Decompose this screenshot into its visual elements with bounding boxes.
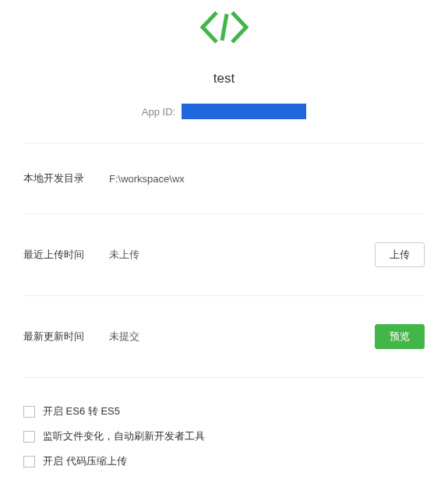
project-header: test App ID: [23,0,425,119]
code-logo-icon [196,9,252,71]
upload-time-label: 最近上传时间 [23,248,109,262]
app-id-value [182,104,306,119]
update-time-value: 未提交 [109,330,375,344]
option-es6-row: 开启 ES6 转 ES5 [23,404,425,418]
option-watch-row: 监听文件变化，自动刷新开发者工具 [23,429,425,443]
option-minify-label: 开启 代码压缩上传 [43,454,127,468]
option-watch-label: 监听文件变化，自动刷新开发者工具 [43,429,205,443]
upload-time-row: 最近上传时间 未上传 上传 [23,214,425,295]
local-dir-row: 本地开发目录 F:\workspace\wx [23,143,425,213]
option-es6-label: 开启 ES6 转 ES5 [43,404,120,418]
option-minify-row: 开启 代码压缩上传 [23,454,425,468]
upload-time-value: 未上传 [109,248,375,262]
upload-button[interactable]: 上传 [375,242,425,267]
option-watch-checkbox[interactable] [23,431,35,443]
app-name: test [23,71,425,86]
options-section: 开启 ES6 转 ES5 监听文件变化，自动刷新开发者工具 开启 代码压缩上传 [23,378,425,468]
option-minify-checkbox[interactable] [23,456,35,467]
local-dir-label: 本地开发目录 [23,171,109,185]
app-id-row: App ID: [23,104,425,119]
option-es6-checkbox[interactable] [23,406,35,418]
update-time-row: 最新更新时间 未提交 预览 [23,296,425,377]
update-time-label: 最新更新时间 [23,330,109,344]
preview-button[interactable]: 预览 [375,324,425,349]
app-id-label: App ID: [142,106,175,118]
local-dir-value: F:\workspace\wx [109,173,425,185]
